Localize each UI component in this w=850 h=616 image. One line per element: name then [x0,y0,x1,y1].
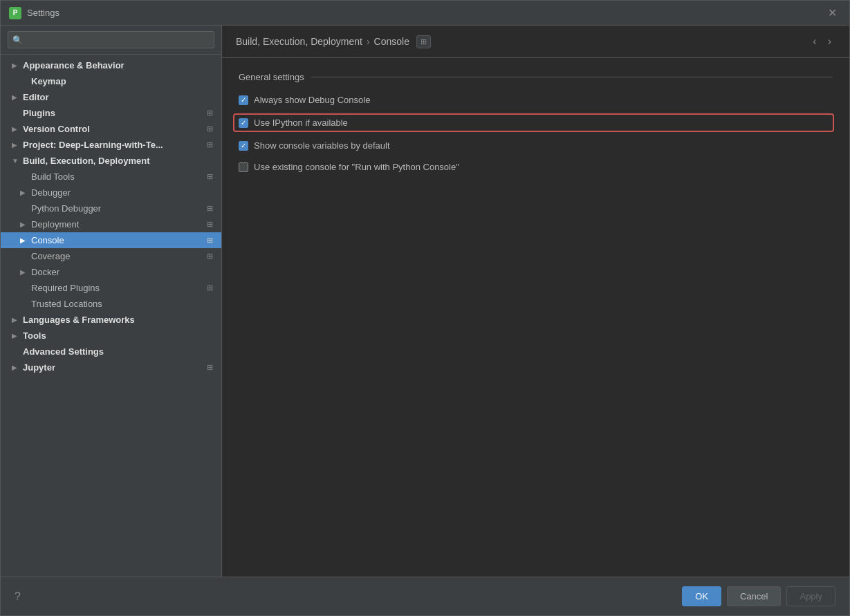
chevron-icon: ▶ [12,62,20,69]
sidebar-item-label: Deployment [31,219,204,230]
help-icon[interactable]: ? [15,590,21,603]
sidebar: 🔍 ▶Appearance & BehaviorKeymap▶EditorPlu… [1,26,222,577]
app-icon: P [9,7,21,19]
sidebar-item-required-plugins[interactable]: Required Plugins⊞ [1,280,221,296]
panel-header: Build, Execution, Deployment › Console ⊞… [222,26,849,58]
pin-icon: ⊞ [207,283,213,292]
settings-window: P Settings ✕ 🔍 ▶Appearance & BehaviorKey… [0,0,850,616]
chevron-icon: ▶ [12,364,20,371]
setting-row-use-ipython: Use IPython if available [234,115,833,131]
sidebar-item-build-tools[interactable]: Build Tools⊞ [1,169,221,185]
sidebar-item-label: Required Plugins [31,283,204,293]
sidebar-item-languages[interactable]: ▶Languages & Frameworks [1,312,221,328]
panel-body: General settings Always show Debug Conso… [222,58,849,577]
chevron-icon: ▶ [12,316,20,324]
sidebar-item-advanced-settings[interactable]: Advanced Settings [1,344,221,360]
sidebar-item-label: Docker [31,267,213,277]
sidebar-item-editor[interactable]: ▶Editor [1,89,221,105]
sidebar-item-trusted-locations[interactable]: Trusted Locations [1,296,221,312]
nav-back-button[interactable]: ‹ [809,34,820,49]
sidebar-item-label: Jupyter [23,362,204,373]
sidebar-item-label: Keymap [31,76,213,86]
apply-button[interactable]: Apply [786,586,835,606]
search-input[interactable] [8,31,214,48]
chevron-icon: ▶ [12,141,20,149]
sidebar-item-console[interactable]: ▶Console⊞ [1,232,221,248]
chevron-icon: ▶ [20,236,28,244]
sidebar-item-debugger[interactable]: ▶Debugger [1,185,221,200]
pin-icon: ⊞ [207,220,213,229]
sidebar-item-project[interactable]: ▶Project: Deep-Learning-with-Te...⊞ [1,137,221,153]
pin-button[interactable]: ⊞ [416,35,431,48]
footer-buttons: OK Cancel Apply [682,586,835,606]
chevron-icon: ▶ [12,332,20,339]
footer: ? OK Cancel Apply [1,577,849,615]
pin-icon: ⊞ [207,252,213,261]
sidebar-item-label: Plugins [23,108,204,118]
sidebar-item-label: Advanced Settings [23,346,213,357]
sidebar-item-label: Debugger [31,187,213,198]
pin-icon: ⊞ [207,363,213,372]
sidebar-item-version-control[interactable]: ▶Version Control⊞ [1,121,221,137]
chevron-icon: ▶ [20,221,28,228]
pin-icon: ⊞ [207,109,213,118]
sidebar-item-keymap[interactable]: Keymap [1,73,221,89]
checkbox-show-console-vars[interactable] [239,141,248,151]
section-title: General settings [239,72,833,82]
label-always-show-debug: Always show Debug Console [254,95,370,105]
settings-rows: Always show Debug ConsoleUse IPython if … [239,93,833,174]
sidebar-item-label: Appearance & Behavior [23,60,213,71]
sidebar-item-appearance[interactable]: ▶Appearance & Behavior [1,57,221,73]
label-use-ipython: Use IPython if available [254,118,348,128]
cancel-button[interactable]: Cancel [727,586,781,606]
sidebar-item-label: Console [31,235,204,245]
sidebar-item-coverage[interactable]: Coverage⊞ [1,248,221,264]
sidebar-item-label: Trusted Locations [31,299,213,309]
checkbox-use-existing-console[interactable] [239,162,248,172]
ok-button[interactable]: OK [682,586,721,606]
nav-arrows: ‹ › [809,34,835,49]
breadcrumb-separator: › [367,36,370,47]
sidebar-item-label: Build, Execution, Deployment [23,156,213,166]
sidebar-item-label: Version Control [23,124,204,134]
sidebar-item-label: Build Tools [31,171,204,182]
setting-row-show-console-vars: Show console variables by default [239,139,833,152]
label-show-console-vars: Show console variables by default [254,140,390,151]
pin-icon: ⊞ [207,204,213,213]
chevron-icon: ▶ [12,125,20,133]
title-bar: P Settings ✕ [1,1,849,26]
chevron-icon: ▶ [20,268,28,276]
sidebar-item-deployment[interactable]: ▶Deployment⊞ [1,216,221,232]
sidebar-item-label: Coverage [31,251,204,261]
sidebar-item-jupyter[interactable]: ▶Jupyter⊞ [1,360,221,375]
tree-area: ▶Appearance & BehaviorKeymap▶EditorPlugi… [1,55,221,577]
chevron-icon: ▼ [12,157,20,165]
sidebar-item-build-execution[interactable]: ▼Build, Execution, Deployment [1,153,221,169]
sidebar-item-plugins[interactable]: Plugins⊞ [1,105,221,121]
sidebar-item-label: Python Debugger [31,203,204,214]
chevron-icon: ▶ [20,189,28,196]
breadcrumb: Build, Execution, Deployment › Console ⊞ [236,35,431,48]
pin-icon: ⊞ [207,236,213,245]
chevron-icon: ▶ [12,93,20,101]
close-button[interactable]: ✕ [824,5,841,21]
nav-forward-button[interactable]: › [824,34,835,49]
sidebar-item-tools[interactable]: ▶Tools [1,328,221,344]
breadcrumb-parent: Build, Execution, Deployment [236,36,362,47]
label-use-existing-console: Use existing console for "Run with Pytho… [254,162,459,172]
search-bar: 🔍 [1,26,221,55]
sidebar-item-python-debugger[interactable]: Python Debugger⊞ [1,200,221,216]
checkbox-always-show-debug[interactable] [239,95,248,105]
sidebar-item-label: Project: Deep-Learning-with-Te... [23,140,204,150]
checkbox-use-ipython[interactable] [239,118,248,128]
sidebar-item-docker[interactable]: ▶Docker [1,264,221,280]
pin-icon: ⊞ [207,172,213,181]
window-title: Settings [27,8,59,18]
breadcrumb-current: Console [374,36,409,47]
search-icon: 🔍 [12,35,23,45]
setting-row-use-existing-console: Use existing console for "Run with Pytho… [239,160,833,174]
sidebar-item-label: Tools [23,330,213,341]
sidebar-item-label: Languages & Frameworks [23,315,213,325]
sidebar-item-label: Editor [23,92,213,102]
setting-row-always-show-debug: Always show Debug Console [239,93,833,106]
